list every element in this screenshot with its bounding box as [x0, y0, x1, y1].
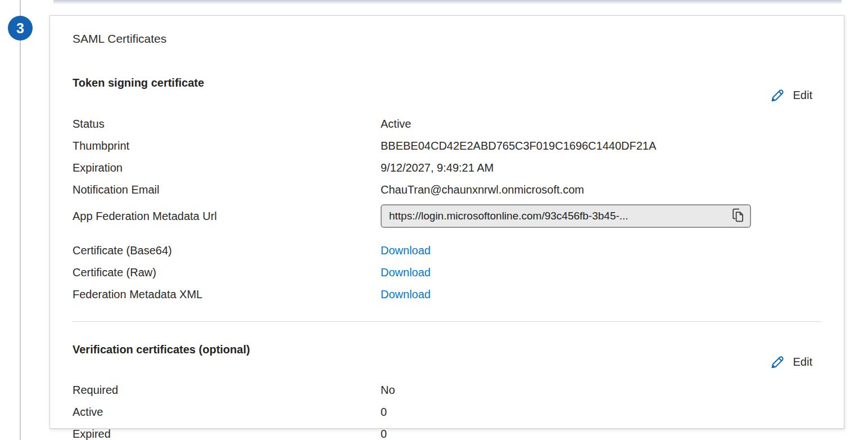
- copy-button[interactable]: [731, 208, 744, 225]
- expired-row: Expired 0: [73, 423, 821, 440]
- download-certificate-base64-link[interactable]: Download: [381, 244, 431, 257]
- required-value: No: [381, 379, 821, 401]
- download-federation-metadata-xml-link[interactable]: Download: [381, 288, 431, 300]
- step-number: 3: [16, 21, 24, 35]
- edit-button-label: Edit: [793, 356, 812, 369]
- app-federation-metadata-url-row: App Federation Metadata Url https://logi…: [73, 201, 821, 231]
- token-signing-certificate-heading: Token signing certificate: [73, 75, 204, 90]
- saml-sso-page-section: 3 SAML Certificates Token signing certif…: [0, 0, 868, 440]
- verification-certificates-heading: Verification certificates (optional): [73, 342, 250, 357]
- active-row: Active 0: [73, 401, 821, 423]
- saml-certificates-card: SAML Certificates Token signing certific…: [49, 15, 844, 429]
- step-connector-line: [20, 0, 21, 440]
- section-divider: [73, 321, 821, 322]
- notification-email-label: Notification Email: [73, 179, 381, 201]
- certificate-raw-label: Certificate (Raw): [73, 262, 381, 284]
- status-row: Status Active: [73, 113, 821, 135]
- copy-icon: [731, 208, 744, 225]
- expired-label: Expired: [73, 423, 381, 440]
- certificate-raw-row: Certificate (Raw) Download: [73, 262, 821, 284]
- federation-metadata-xml-label: Federation Metadata XML: [73, 284, 381, 306]
- certificate-base64-row: Certificate (Base64) Download: [73, 240, 821, 262]
- status-label: Status: [73, 113, 381, 135]
- notification-email-value: ChauTran@chaunxnrwl.onmicrosoft.com: [381, 179, 821, 201]
- notification-email-row: Notification Email ChauTran@chaunxnrwl.o…: [73, 179, 821, 201]
- edit-token-signing-certificate-button[interactable]: Edit: [766, 86, 821, 105]
- app-federation-metadata-url-field[interactable]: https://login.microsoftonline.com/93c456…: [381, 204, 751, 228]
- certificate-base64-label: Certificate (Base64): [73, 240, 381, 262]
- expiration-label: Expiration: [73, 157, 381, 179]
- expiration-value: 9/12/2027, 9:49:21 AM: [381, 157, 821, 179]
- required-row: Required No: [73, 379, 821, 401]
- active-value: 0: [381, 401, 821, 423]
- app-federation-metadata-url-value: https://login.microsoftonline.com/93c456…: [389, 210, 725, 222]
- expiration-row: Expiration 9/12/2027, 9:49:21 AM: [73, 157, 821, 179]
- status-value: Active: [381, 113, 821, 135]
- required-label: Required: [73, 379, 381, 401]
- active-label: Active: [73, 401, 381, 423]
- step-number-badge: 3: [8, 16, 33, 41]
- pencil-icon: [769, 86, 786, 105]
- previous-card-shadow: [53, 0, 842, 5]
- thumbprint-row: Thumbprint BBEBE04CD42E2ABD765C3F019C169…: [73, 135, 821, 157]
- thumbprint-label: Thumbprint: [73, 135, 381, 157]
- edit-verification-certificates-button[interactable]: Edit: [766, 352, 821, 372]
- expired-value: 0: [381, 423, 821, 440]
- federation-metadata-xml-row: Federation Metadata XML Download: [73, 284, 821, 306]
- card-title: SAML Certificates: [73, 32, 821, 46]
- pencil-icon: [769, 353, 786, 371]
- thumbprint-value: BBEBE04CD42E2ABD765C3F019C1696C1440DF21A: [381, 135, 821, 157]
- app-federation-metadata-url-label: App Federation Metadata Url: [73, 210, 381, 223]
- download-certificate-raw-link[interactable]: Download: [381, 266, 431, 279]
- edit-button-label: Edit: [793, 89, 812, 102]
